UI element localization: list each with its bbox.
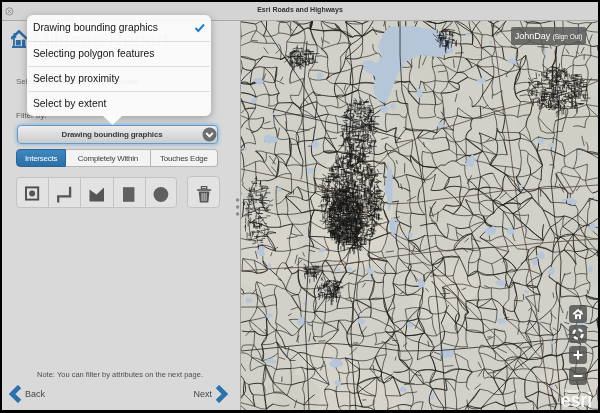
svg-text:esri: esri — [561, 388, 592, 410]
